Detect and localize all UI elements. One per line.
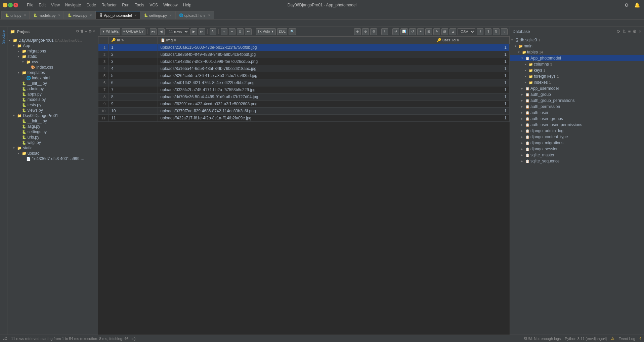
transpose-btn[interactable]: ⇄ <box>392 28 399 35</box>
link-btn[interactable]: ⛓ <box>441 28 448 35</box>
close-icon[interactable]: × <box>93 29 95 34</box>
sidebar-item---init---py[interactable]: 🐍__init__.py <box>7 81 98 86</box>
search-btn[interactable]: 🔍 <box>289 28 296 35</box>
menu-tools[interactable]: Tools <box>133 2 146 8</box>
zoom-in-btn[interactable]: ⊕ <box>354 28 361 35</box>
sidebar-item-Day06DjangoPro01[interactable]: ▾📁Day06DjangoPro01 <box>7 113 98 118</box>
menu-file[interactable]: File <box>25 2 35 8</box>
compare-btn[interactable]: ⇅ <box>493 28 500 35</box>
tab-App_photomodel[interactable]: 🗄App_photomodel× <box>95 11 140 19</box>
table-row[interactable]: 77uploads/0325fc2f-a745-4171-bb2a-f57553… <box>98 86 510 93</box>
db-item-django-migrations[interactable]: ▸📋django_migrations <box>510 140 644 146</box>
db-item-db-sqlite3[interactable]: ▾🗄db.sqlite31 <box>510 37 644 43</box>
sidebar-item-Day06DjangoPro01[interactable]: ▾📁Day06DjangoPro01DA\U:\pythonC6... <box>7 38 98 43</box>
expand2-icon[interactable]: ⇅ <box>622 29 626 34</box>
db-item-sqlite-sequence[interactable]: ▸📋sqlite_sequence <box>510 158 644 164</box>
sidebar-item-App[interactable]: ▾📁App <box>7 43 98 48</box>
window-maximize[interactable]: □ <box>8 3 13 7</box>
vcs-icon[interactable]: ⎇ <box>3 336 7 341</box>
sort-icon[interactable]: ≡ <box>628 29 631 34</box>
db-item-django-session[interactable]: ▸📋django_session <box>510 146 644 152</box>
tab-upload2-html[interactable]: 🌐upload2.html× <box>175 11 214 19</box>
expand-icon[interactable]: ⇅ <box>80 29 83 34</box>
table-row[interactable]: 88uploads/dd705e36-50a4-4499-91d9-afbd7b… <box>98 93 510 101</box>
db-item-columns[interactable]: ▸📁columns3 <box>510 61 644 67</box>
db-item-sqlite-master[interactable]: ▸📋sqlite_master <box>510 152 644 158</box>
table-btn[interactable]: ⊞ <box>425 28 432 35</box>
db-item-auth-group-permissions[interactable]: ▸📋auth_group_permissions <box>510 98 644 104</box>
filter2-btn[interactable]: ⊿ <box>449 28 456 35</box>
sidebar-item-tests-py[interactable]: 🐍tests.py <box>7 102 98 108</box>
menu-help[interactable]: Help <box>181 2 194 8</box>
more-btn[interactable]: ⋮ <box>381 28 388 35</box>
col-userid[interactable]: 🔑 user_id ⇅ <box>434 37 509 44</box>
event-log-label[interactable]: Event Log <box>618 337 635 341</box>
table-row[interactable]: 44uploads/8a1eba44-6d58-43af-84fb-760ccd… <box>98 65 510 72</box>
nav-next[interactable]: ▶ <box>190 28 197 35</box>
col-id[interactable]: 🔑 id ⇅ <box>109 37 158 44</box>
sidebar-item-migrations[interactable]: ▸📁migrations <box>7 48 98 54</box>
db-item-indexes[interactable]: ▸📁indexes1 <box>510 79 644 85</box>
sidebar-item-admin-py[interactable]: 🐍admin.py <box>7 86 98 91</box>
add2-btn[interactable]: + <box>417 28 424 35</box>
db-item-auth-user[interactable]: ▸📋auth_user <box>510 110 644 116</box>
sidebar-item-urls-py[interactable]: 🐍urls.py <box>7 135 98 140</box>
sidebar-item-css[interactable]: ▾📁css <box>7 59 98 65</box>
menu-navigate[interactable]: Navigate <box>63 2 83 8</box>
db-item-auth-user-user-permissions[interactable]: ▸📋auth_user_user_permissions <box>510 122 644 128</box>
table-row[interactable]: 55uploads/8264ce55-a736-41ce-a3b3-2c5c17… <box>98 72 510 79</box>
refresh2-btn[interactable]: ↺ <box>409 28 416 35</box>
window-minimize[interactable]: − <box>3 3 7 7</box>
nav-prev[interactable]: ◀ <box>158 28 165 35</box>
window-close[interactable]: × <box>13 3 18 7</box>
settings2-btn[interactable]: ⚙ <box>370 28 377 35</box>
event-log-icon[interactable]: ⚠ <box>611 336 614 341</box>
reload-btn[interactable]: ↻ <box>210 28 216 35</box>
col-img[interactable]: 📋 img ⇅ <box>158 37 434 44</box>
table-row[interactable]: 66uploads/ed01ffd2-4f21-4764-8c4e-ef422b… <box>98 79 510 86</box>
chart-btn[interactable]: 📊 <box>400 28 408 35</box>
upload-btn[interactable]: ⬆ <box>485 28 491 35</box>
db-item-foreign-keys[interactable]: ▸📁foreign keys1 <box>510 73 644 79</box>
settings-icon[interactable]: ⚙ <box>88 29 92 34</box>
filter3-btn[interactable]: ▿ <box>501 28 508 35</box>
menu-edit[interactable]: Edit <box>37 2 48 8</box>
sync2-icon[interactable]: ⟳ <box>617 29 620 34</box>
db-item-keys[interactable]: ▸📁keys1 <box>510 67 644 73</box>
menu-vcs[interactable]: VCS <box>147 2 160 8</box>
sidebar-item-index-css[interactable]: 🎨index.css <box>7 65 98 70</box>
sidebar-item-asgi-py[interactable]: 🐍asgi.py <box>7 124 98 129</box>
tx-btn[interactable]: Tx: Auto ▼ <box>256 28 276 35</box>
sidebar-item-index-html[interactable]: 🌐index.html <box>7 75 98 81</box>
nav-last[interactable]: ⏭ <box>199 28 205 35</box>
add-row-btn[interactable]: ＋ <box>221 28 227 35</box>
sidebar-item-models-py[interactable]: 🐍models.py <box>7 97 98 102</box>
ddl-btn[interactable]: DDL <box>277 28 287 35</box>
db-item-auth-group[interactable]: ▸📋auth_group <box>510 91 644 98</box>
download-btn[interactable]: ⬇ <box>477 28 483 35</box>
nav-first[interactable]: ⏮ <box>150 28 157 35</box>
db-item-auth-permission[interactable]: ▸📋auth_permission <box>510 104 644 110</box>
db-item-django-content-type[interactable]: ▸📋django_content_type <box>510 134 644 140</box>
format-select[interactable]: CSV <box>458 28 475 35</box>
menu-run[interactable]: Run <box>120 2 131 8</box>
sidebar-item-wsgi-py[interactable]: 🐍wsgi.py <box>7 140 98 145</box>
sidebar-item-views-py[interactable]: 🐍views.py <box>7 108 98 113</box>
edit-btn[interactable]: ✎ <box>433 28 440 35</box>
zoom-out-btn[interactable]: ⊖ <box>362 28 369 35</box>
settings3-icon[interactable]: ⚙ <box>633 29 637 34</box>
win-controls[interactable]: ⚙ 🔔 <box>623 2 641 8</box>
menu-view[interactable]: View <box>49 2 62 8</box>
revert-btn[interactable]: ↩ <box>245 28 252 35</box>
filter-btn[interactable]: ▼ WHERE <box>100 28 120 35</box>
clone-row-btn[interactable]: ⧉ <box>237 28 244 35</box>
db-item-django-admin-log[interactable]: ▸📋django_admin_log <box>510 128 644 134</box>
db-item-App-usermodel[interactable]: ▸📋App_usermodel <box>510 85 644 91</box>
sidebar-item-static[interactable]: ▾📁static <box>7 54 98 59</box>
table-row[interactable]: 1111uploads/f432a717-f81e-4f2b-8e1a-ff14… <box>98 115 510 122</box>
table-row[interactable]: 99uploads/f63991cc-a422-4ccd-b332-a3f1e5… <box>98 101 510 108</box>
tab-urls-py[interactable]: 🐍urls.py× <box>1 11 30 19</box>
sidebar-item-settings-py[interactable]: 🐍settings.py <box>7 129 98 135</box>
notifications-icon[interactable]: 🔔 <box>633 2 641 8</box>
settings-icon[interactable]: ⚙ <box>623 2 630 8</box>
